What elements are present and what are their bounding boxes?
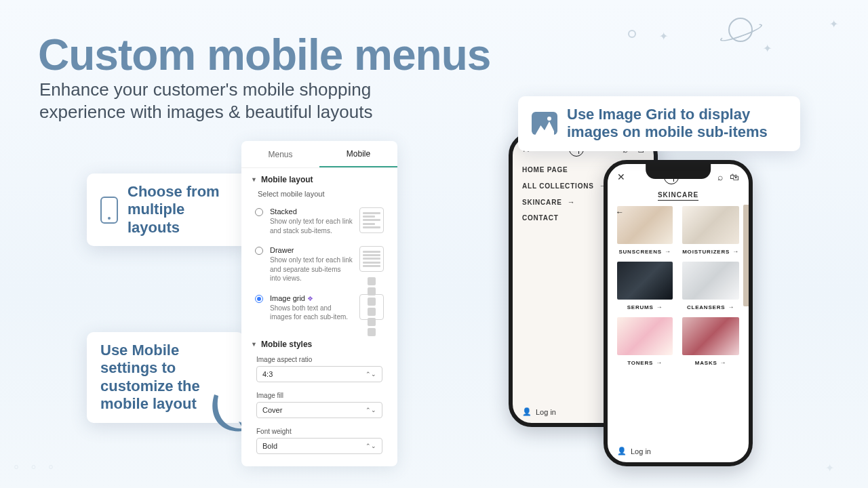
- product-grid: SUNSCREENS→ MOISTURIZERS→ SERUMS→ CLEANS…: [608, 206, 749, 366]
- section-title: Mobile styles: [261, 340, 312, 349]
- phone-outline-icon: [100, 197, 118, 224]
- tile-image: [617, 262, 673, 300]
- option-desc: Shows both text and images for each sub-…: [270, 304, 353, 322]
- arrow-right-icon: →: [568, 198, 576, 206]
- tile-image: [682, 206, 739, 244]
- login-label: Log in: [536, 408, 556, 416]
- user-icon: 👤: [522, 407, 532, 416]
- callout-text: Use Image Grid to display images on mobi…: [567, 106, 787, 142]
- radio-stacked[interactable]: [255, 208, 263, 216]
- option-title: Stacked: [270, 207, 353, 216]
- layout-option-image-grid[interactable]: Image grid ❖ Shows both text and images …: [241, 290, 397, 329]
- close-icon[interactable]: ✕: [617, 171, 625, 182]
- field-label: Image fill: [256, 392, 382, 399]
- arrow-right-icon: →: [656, 304, 663, 310]
- field-aspect-ratio: Image aspect ratio 4:3 ⌃⌄: [241, 353, 397, 389]
- callout-layouts: Choose from multiple layouts: [87, 174, 248, 246]
- deco-dots-icon: ° ° °: [14, 463, 58, 479]
- radio-image-grid[interactable]: [255, 295, 263, 303]
- chevron-updown-icon: ⌃⌄: [366, 407, 376, 413]
- option-title: Drawer: [270, 246, 353, 254]
- category-heading: SKINCARE: [658, 187, 698, 201]
- thumb-drawer-icon: [359, 246, 384, 272]
- chevron-updown-icon: ⌃⌄: [366, 371, 376, 378]
- sparkle-icon: ❖: [307, 295, 313, 302]
- section-mobile-layout[interactable]: ▼ Mobile layout: [241, 168, 397, 188]
- grid-tile[interactable]: MASKS→: [682, 317, 739, 366]
- thumb-stacked-icon: [359, 207, 384, 233]
- arrow-right-icon: →: [732, 248, 739, 255]
- callout-text: Choose from multiple layouts: [127, 183, 235, 237]
- select-value: 4:3: [262, 370, 273, 378]
- arrow-right-icon: →: [720, 359, 727, 366]
- select-font-weight[interactable]: Bold ⌃⌄: [256, 438, 382, 454]
- thumb-grid-icon: [359, 294, 384, 320]
- grid-tile[interactable]: SERUMS→: [617, 262, 673, 310]
- chevron-down-icon: ▼: [251, 176, 257, 183]
- select-image-fill[interactable]: Cover ⌃⌄: [256, 402, 382, 418]
- deco-star-icon: ✦: [825, 462, 834, 474]
- radio-drawer[interactable]: [255, 247, 263, 255]
- grid-tile[interactable]: MOISTURIZERS→: [682, 206, 739, 255]
- tile-label: CLEANSERS: [687, 304, 726, 310]
- chevron-down-icon: ▼: [251, 341, 257, 348]
- page-subtitle: Enhance your customer's mobile shopping …: [39, 79, 406, 123]
- search-icon[interactable]: ⌕: [717, 171, 723, 182]
- grid-tile[interactable]: TONERS→: [617, 317, 673, 366]
- login-link[interactable]: 👤 Log in: [522, 407, 556, 416]
- nav-label: ALL COLLECTIONS: [522, 182, 594, 190]
- nav-label: SKINCARE: [522, 199, 562, 206]
- field-label: Font weight: [256, 428, 382, 435]
- select-aspect-ratio[interactable]: 4:3 ⌃⌄: [256, 366, 382, 382]
- deco-star-icon: ✦: [659, 30, 668, 43]
- tile-image: [617, 317, 673, 355]
- field-font-weight: Font weight Bold ⌃⌄: [241, 425, 397, 461]
- image-stack-icon: [532, 112, 557, 135]
- back-arrow-icon[interactable]: ←: [616, 207, 624, 217]
- planet-icon: [728, 18, 753, 42]
- tile-image: [682, 262, 739, 300]
- page-title: Custom mobile menus: [38, 30, 490, 80]
- arrow-right-icon: →: [728, 304, 734, 310]
- select-value: Cover: [262, 406, 282, 414]
- phone-mock-grid: ✕ ⌕ 🛍 ← SKINCARE SUNSCREENS→ MOISTURIZER…: [604, 160, 753, 466]
- callout-imagegrid: Use Image Grid to display images on mobi…: [518, 96, 800, 151]
- user-icon: 👤: [617, 447, 627, 455]
- layout-option-stacked[interactable]: Stacked Show only text for each link and…: [241, 203, 397, 242]
- deco-star-icon: ✦: [763, 42, 772, 55]
- arrow-right-icon: →: [656, 359, 663, 366]
- nav-label: HOME PAGE: [522, 166, 568, 174]
- login-link[interactable]: 👤 Log in: [617, 447, 651, 455]
- arrow-right-icon: →: [665, 248, 671, 255]
- nav-label: CONTACT: [522, 214, 559, 222]
- option-desc: Show only text for each link and separat…: [270, 256, 353, 283]
- tile-label: MOISTURIZERS: [682, 249, 730, 255]
- tile-label: SERUMS: [627, 304, 654, 310]
- tile-label: SUNSCREENS: [618, 249, 662, 255]
- tile-image: [617, 206, 673, 244]
- field-label: Image aspect ratio: [256, 356, 382, 363]
- option-title: Image grid ❖: [270, 294, 353, 302]
- select-mobile-layout-label: Select mobile layout: [241, 188, 397, 203]
- tile-image: [682, 317, 739, 355]
- mobile-settings-panel: Menus Mobile ▼ Mobile layout Select mobi…: [241, 141, 397, 466]
- grid-tile[interactable]: SUNSCREENS→: [617, 206, 673, 255]
- grid-tile[interactable]: CLEANSERS→: [682, 262, 739, 310]
- tile-label: TONERS: [627, 360, 653, 366]
- field-image-fill: Image fill Cover ⌃⌄: [241, 389, 397, 425]
- option-desc: Show only text for each link and stack s…: [270, 217, 353, 235]
- tabs: Menus Mobile: [241, 141, 397, 168]
- tile-label: MASKS: [695, 360, 717, 366]
- deco-circle-icon: [628, 30, 636, 38]
- login-label: Log in: [631, 447, 651, 455]
- phone-notch: [646, 164, 711, 179]
- deco-star-icon: ✦: [829, 18, 838, 30]
- tab-menus[interactable]: Menus: [241, 141, 319, 167]
- chevron-updown-icon: ⌃⌄: [366, 443, 376, 449]
- bag-icon[interactable]: 🛍: [730, 171, 739, 182]
- select-value: Bold: [262, 442, 277, 450]
- tab-mobile[interactable]: Mobile: [319, 141, 397, 167]
- section-title: Mobile layout: [261, 175, 313, 184]
